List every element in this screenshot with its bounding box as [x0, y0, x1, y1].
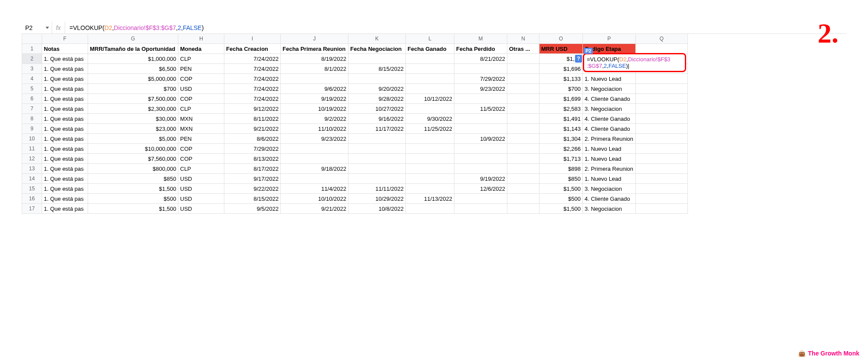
cell-H13[interactable]: CLP — [178, 164, 224, 174]
cell-P17[interactable]: 3. Negociacion — [583, 204, 636, 214]
grid-corner[interactable] — [22, 34, 42, 44]
cell-F3[interactable]: 1. Que está pas — [42, 64, 88, 74]
spreadsheet-grid[interactable]: FGHIJKLMNOPQ1NotasMRR/Tamaño de la Oport… — [22, 34, 846, 214]
cell-M3[interactable] — [454, 64, 507, 74]
cell-G8[interactable]: $30,000 — [88, 114, 178, 124]
cell-F12[interactable]: 1. Que está pas — [42, 154, 88, 164]
cell-J7[interactable]: 10/19/2022 — [281, 104, 349, 114]
column-header-F[interactable]: F — [42, 34, 88, 44]
cell-H3[interactable]: PEN — [178, 64, 224, 74]
cell-F11[interactable]: 1. Que está pas — [42, 144, 88, 154]
header-cell-N[interactable]: Otras ... — [507, 44, 539, 54]
cell-P7[interactable]: 3. Negociacion — [583, 104, 636, 114]
cell-N11[interactable] — [507, 144, 539, 154]
cell-J4[interactable] — [281, 74, 349, 84]
formula-bar-input[interactable]: =VLOOKUP(D2,Diccionario!$F$3:$G$7,2,FALS… — [65, 22, 846, 33]
cell-G11[interactable]: $10,000,000 — [88, 144, 178, 154]
cell-M13[interactable] — [454, 164, 507, 174]
cell-O13[interactable]: $898 — [539, 164, 583, 174]
cell-N9[interactable] — [507, 124, 539, 134]
cell-N10[interactable] — [507, 134, 539, 144]
cell-G12[interactable]: $7,560,000 — [88, 154, 178, 164]
cell-L9[interactable]: 11/25/2022 — [406, 124, 454, 134]
cell-O15[interactable]: $1,500 — [539, 184, 583, 194]
cell-O14[interactable]: $850 — [539, 174, 583, 184]
cell-H14[interactable]: USD — [178, 174, 224, 184]
column-header-H[interactable]: H — [178, 34, 224, 44]
row-header[interactable]: 2 — [22, 54, 42, 64]
cell-I14[interactable]: 9/17/2022 — [224, 174, 281, 184]
cell-K12[interactable] — [349, 154, 406, 164]
cell-H10[interactable]: PEN — [178, 134, 224, 144]
cell-G15[interactable]: $1,500 — [88, 184, 178, 194]
cell-P16[interactable]: 4. Cliente Ganado — [583, 194, 636, 204]
cell-I17[interactable]: 9/5/2022 — [224, 204, 281, 214]
cell-O11[interactable]: $2,266 — [539, 144, 583, 154]
cell-J5[interactable]: 9/6/2022 — [281, 84, 349, 94]
cell-H15[interactable]: USD — [178, 184, 224, 194]
cell-I5[interactable]: 7/24/2022 — [224, 84, 281, 94]
column-header-L[interactable]: L — [406, 34, 454, 44]
cell-M17[interactable] — [454, 204, 507, 214]
cell-M4[interactable]: 7/29/2022 — [454, 74, 507, 84]
cell-L4[interactable] — [406, 74, 454, 84]
cell-M16[interactable] — [454, 194, 507, 204]
cell-M9[interactable] — [454, 124, 507, 134]
column-header-J[interactable]: J — [281, 34, 349, 44]
cell-F15[interactable]: 1. Que está pas — [42, 184, 88, 194]
row-header[interactable]: 7 — [22, 104, 42, 114]
cell-K8[interactable]: 9/16/2022 — [349, 114, 406, 124]
cell-N13[interactable] — [507, 164, 539, 174]
cell-Q7[interactable] — [636, 104, 688, 114]
cell-P12[interactable]: 1. Nuevo Lead — [583, 154, 636, 164]
cell-L15[interactable] — [406, 184, 454, 194]
row-header[interactable]: 1 — [22, 44, 42, 54]
cell-F17[interactable]: 1. Que está pas — [42, 204, 88, 214]
formula-hint-chip[interactable]: ? — [575, 55, 582, 63]
cell-L17[interactable] — [406, 204, 454, 214]
cell-J17[interactable]: 9/21/2022 — [281, 204, 349, 214]
column-header-G[interactable]: G — [88, 34, 178, 44]
cell-Q15[interactable] — [636, 184, 688, 194]
cell-N17[interactable] — [507, 204, 539, 214]
cell-P10[interactable]: 2. Primera Reunion — [583, 134, 636, 144]
cell-L6[interactable]: 10/12/2022 — [406, 94, 454, 104]
cell-J15[interactable]: 11/4/2022 — [281, 184, 349, 194]
row-header[interactable]: 4 — [22, 74, 42, 84]
cell-K2[interactable] — [349, 54, 406, 64]
column-header-O[interactable]: O — [539, 34, 583, 44]
cell-K7[interactable]: 10/27/2022 — [349, 104, 406, 114]
cell-P5[interactable]: 3. Negociacion — [583, 84, 636, 94]
cell-Q5[interactable] — [636, 84, 688, 94]
row-header[interactable]: 8 — [22, 114, 42, 124]
cell-G4[interactable]: $5,000,000 — [88, 74, 178, 84]
cell-L12[interactable] — [406, 154, 454, 164]
cell-I6[interactable]: 7/24/2022 — [224, 94, 281, 104]
cell-J13[interactable]: 9/18/2022 — [281, 164, 349, 174]
column-header-M[interactable]: M — [454, 34, 507, 44]
cell-M7[interactable]: 11/5/2022 — [454, 104, 507, 114]
cell-J9[interactable]: 11/10/2022 — [281, 124, 349, 134]
cell-L13[interactable] — [406, 164, 454, 174]
cell-K17[interactable]: 10/8/2022 — [349, 204, 406, 214]
header-cell-G[interactable]: MRR/Tamaño de la Oportunidad — [88, 44, 178, 54]
cell-F9[interactable]: 1. Que está pas — [42, 124, 88, 134]
row-header[interactable]: 9 — [22, 124, 42, 134]
cell-H8[interactable]: MXN — [178, 114, 224, 124]
cell-G10[interactable]: $5,000 — [88, 134, 178, 144]
cell-O3[interactable]: $1,696 — [539, 64, 583, 74]
cell-I8[interactable]: 8/11/2022 — [224, 114, 281, 124]
cell-M2[interactable]: 8/21/2022 — [454, 54, 507, 64]
cell-L14[interactable] — [406, 174, 454, 184]
cell-I13[interactable]: 8/17/2022 — [224, 164, 281, 174]
cell-J3[interactable]: 8/1/2022 — [281, 64, 349, 74]
cell-L16[interactable]: 11/13/2022 — [406, 194, 454, 204]
cell-P11[interactable]: 1. Nuevo Lead — [583, 144, 636, 154]
cell-F4[interactable]: 1. Que está pas — [42, 74, 88, 84]
header-cell-H[interactable]: Moneda — [178, 44, 224, 54]
cell-Q13[interactable] — [636, 164, 688, 174]
cell-Q12[interactable] — [636, 154, 688, 164]
cell-K3[interactable]: 8/15/2022 — [349, 64, 406, 74]
cell-M12[interactable] — [454, 154, 507, 164]
cell-N14[interactable] — [507, 174, 539, 184]
